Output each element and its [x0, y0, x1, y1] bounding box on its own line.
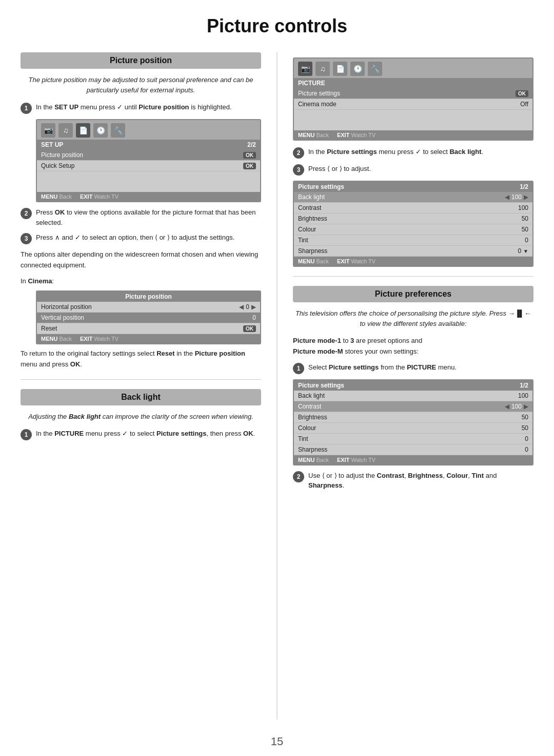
step-1-back-light: 1 In the PICTURE menu press ✓ to select … [21, 429, 261, 440]
step-circle-bl-2: 2 [293, 147, 304, 159]
picture-menu-icons: 📷 ♫ 📄 🕐 🔧 [294, 59, 532, 78]
section-divider-2 [293, 276, 533, 277]
step-3-back-light: 3 Press ⟨ or ⟩ to adjust. [293, 164, 533, 176]
pic-settings-title-1: Picture settings 1/2 [294, 182, 532, 192]
ps1-row-contrast: Contrast 100 [294, 203, 532, 214]
pic-icon-5: 🔧 [368, 62, 382, 76]
ps1-row-backlight: Back light ◀ 100 ▶ [294, 192, 532, 203]
ps2-footer: MENU Back EXIT Watch TV [294, 455, 532, 464]
picture-menu-title: PICTURE [294, 78, 532, 88]
pic-icon-4: 🕐 [350, 62, 365, 76]
pic-pos-row-horizontal: Horizontal position ◀ 0 ▶ [37, 302, 260, 313]
pic-icon-1: 📷 [298, 62, 312, 76]
picture-position-intro: The picture position may be adjusted to … [21, 75, 261, 95]
left-column: Picture position The picture position ma… [21, 52, 261, 445]
page-title: Picture controls [21, 15, 533, 37]
setup-row-quick-setup: Quick Setup OK [37, 161, 260, 171]
pic-pos-footer: MENU Back EXIT Watch TV [37, 334, 260, 343]
setup-menu-icons: 📷 ♫ 📄 🕐 🔧 [37, 120, 260, 140]
menu-icon-2: ♫ [58, 123, 73, 138]
step-circle-pref-2: 2 [293, 471, 304, 482]
step-pref-2-text: Use ⟨ or ⟩ to adjust the Contrast, Brigh… [308, 471, 533, 491]
picture-position-menu: Picture position Horizontal position ◀ 0… [36, 290, 261, 344]
ps2-row-tint: Tint 0 [294, 434, 532, 444]
back-light-section: Back light Adjusting the Back light can … [21, 389, 261, 441]
step-circle-3: 3 [21, 233, 32, 244]
back-light-intro: Adjusting the Back light can improve the… [21, 412, 261, 422]
setup-menu: 📷 ♫ 📄 🕐 🔧 SET UP 2/2 Picture position OK… [36, 119, 261, 202]
ps2-row-contrast: Contrast ◀ 100 ▶ [294, 401, 532, 412]
step-3-text: Press ∧ and ✓ to select an option, then … [36, 232, 234, 243]
step-1-picture-position: 1 In the SET UP menu press ✓ until Pictu… [21, 102, 261, 114]
step-1-text: In the SET UP menu press ✓ until Picture… [36, 102, 232, 112]
column-divider [276, 52, 278, 720]
right-column: 📷 ♫ 📄 🕐 🔧 PICTURE Picture settings OK Ci… [293, 52, 533, 496]
step-2-picture-position: 2 Press OK to view the options available… [21, 207, 261, 227]
pic-pos-row-vertical: Vertical position 0 [37, 313, 260, 323]
ps1-row-tint: Tint 0 [294, 235, 532, 246]
pic-settings-title-2: Picture settings 1/2 [294, 380, 532, 391]
page-number: 15 [21, 735, 533, 748]
step-2-text: Press OK to view the options available f… [36, 207, 261, 227]
step-bl-1-text: In the PICTURE menu press ✓ to select Pi… [36, 429, 255, 439]
body-text-reset: To return to the original factory settin… [21, 348, 261, 370]
picture-preferences-header: Picture preferences [293, 286, 533, 302]
step-2-preferences: 2 Use ⟨ or ⟩ to adjust the Contrast, Bri… [293, 471, 533, 491]
setup-row-picture-position: Picture position OK [37, 150, 260, 161]
picture-row-settings: Picture settings OK [294, 88, 532, 99]
picture-menu-empty [294, 110, 532, 130]
step-bl-2-text: In the Picture settings menu press ✓ to … [308, 147, 483, 157]
menu-icon-4: 🕐 [93, 123, 108, 138]
picture-preferences-section: Picture preferences This television offe… [293, 286, 533, 491]
step-3-picture-position: 3 Press ∧ and ✓ to select an option, the… [21, 232, 261, 244]
picture-mode-desc-1: Picture mode-1 to 3 are preset options a… [293, 336, 533, 357]
back-light-header: Back light [21, 389, 261, 405]
setup-menu-footer: MENU Back EXIT Watch TV [37, 192, 260, 201]
step-pref-1-text: Select Picture settings from the PICTURE… [308, 362, 457, 373]
menu-icon-5: 🔧 [111, 123, 125, 138]
body-text-options: The options alter depending on the wides… [21, 249, 261, 271]
picture-menu-footer: MENU Back EXIT Watch TV [294, 130, 532, 140]
picture-row-cinema: Cinema mode Off [294, 99, 532, 110]
section-divider-1 [21, 379, 261, 380]
step-circle-pref-1: 1 [293, 363, 304, 374]
menu-icon-1: 📷 [41, 123, 55, 138]
setup-menu-title: SET UP 2/2 [37, 140, 260, 150]
ps1-row-colour: Colour 50 [294, 224, 532, 235]
ps1-row-sharpness: Sharpness 0 ▼ [294, 246, 532, 257]
picture-settings-menu-2: Picture settings 1/2 Back light 100 Cont… [293, 379, 533, 466]
ps2-row-sharpness: Sharpness 0 [294, 444, 532, 455]
ps1-row-brightness: Brightness 50 [294, 214, 532, 224]
picture-position-header: Picture position [21, 52, 261, 69]
picture-settings-menu-1: Picture settings 1/2 Back light ◀ 100 ▶ … [293, 181, 533, 267]
step-bl-3-text: Press ⟨ or ⟩ to adjust. [308, 164, 371, 174]
step-circle-1: 1 [21, 103, 32, 114]
picture-position-section: Picture position The picture position ma… [21, 52, 261, 370]
step-circle-bl-1: 1 [21, 429, 32, 440]
ps2-row-colour: Colour 50 [294, 423, 532, 434]
ps2-row-backlight: Back light 100 [294, 391, 532, 401]
picture-preferences-intro: This television offers the choice of per… [293, 308, 533, 328]
pic-pos-title: Picture position [37, 292, 260, 302]
pic-pos-row-reset: Reset OK [37, 323, 260, 334]
step-circle-2: 2 [21, 208, 32, 219]
in-cinema-label: In Cinema: [21, 276, 261, 287]
step-1-preferences: 1 Select Picture settings from the PICTU… [293, 362, 533, 374]
step-2-back-light: 2 In the Picture settings menu press ✓ t… [293, 147, 533, 159]
menu-icon-3: 📄 [76, 123, 90, 138]
step-circle-bl-3: 3 [293, 164, 304, 176]
picture-menu-top: 📷 ♫ 📄 🕐 🔧 PICTURE Picture settings OK Ci… [293, 57, 533, 141]
setup-menu-empty [37, 171, 260, 192]
ps1-footer: MENU Back EXIT Watch TV [294, 257, 532, 266]
pic-icon-2: ♫ [315, 62, 330, 76]
pic-icon-3: 📄 [333, 62, 347, 76]
ps2-row-brightness: Brightness 50 [294, 412, 532, 423]
